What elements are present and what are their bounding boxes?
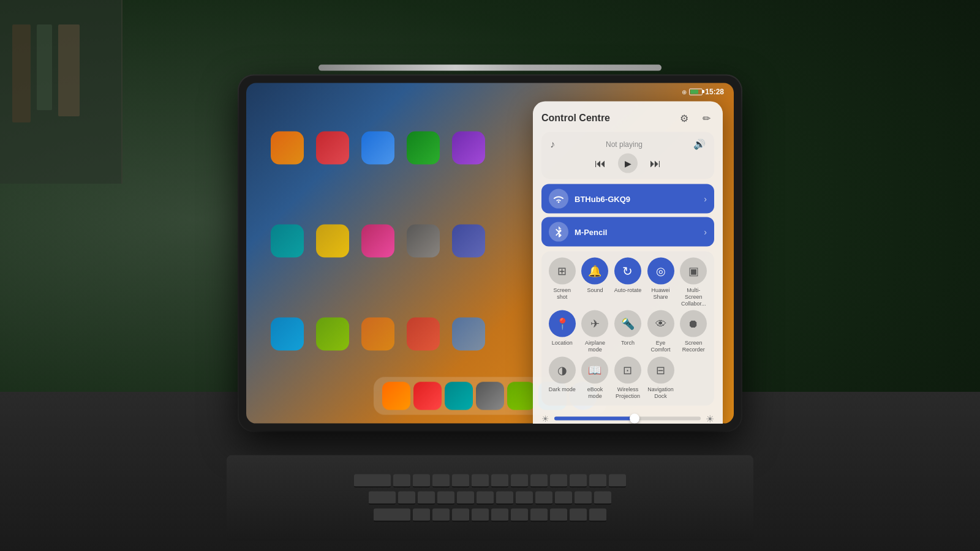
key-v[interactable] [472, 509, 489, 522]
key-r[interactable] [452, 474, 469, 488]
toggle-eye-comfort[interactable]: 👁 Eye Comfort [646, 310, 676, 353]
key-shift[interactable] [374, 509, 410, 522]
list-item[interactable] [452, 318, 485, 351]
list-item[interactable] [407, 132, 440, 165]
list-item[interactable] [407, 318, 440, 351]
media-not-playing-label: Not playing [606, 140, 643, 148]
key-comma[interactable] [550, 509, 567, 522]
control-centre-title: Control Centre [541, 113, 610, 124]
list-item[interactable] [452, 132, 485, 165]
torch-label: Torch [621, 340, 635, 347]
key-period[interactable] [570, 509, 587, 522]
list-item[interactable] [271, 225, 304, 258]
toggle-sound[interactable]: 🔔 Sound [581, 258, 610, 307]
key-slash[interactable] [589, 509, 606, 522]
dark-mode-label: Dark mode [549, 386, 576, 393]
toggle-screen-recorder[interactable]: ⏺ ScreenRecorder [679, 310, 708, 353]
toggle-location[interactable]: 📍 Location [548, 310, 577, 353]
wifi-network-item[interactable]: BTHub6-GKQ9 › [541, 184, 714, 214]
status-bar: ⊕ 15:28 [246, 83, 734, 100]
key-tab[interactable] [354, 474, 391, 488]
list-item[interactable] [361, 132, 394, 165]
list-item[interactable] [271, 318, 304, 351]
quick-toggles-panel: ⊞ Screenshot 🔔 Sound ↻ Auto-rotate ◎ [541, 252, 714, 406]
key-n[interactable] [511, 509, 528, 522]
toggle-screenshot[interactable]: ⊞ Screenshot [548, 258, 577, 307]
toggle-dark-mode[interactable]: ◑ Dark mode [548, 357, 577, 400]
dock-item[interactable] [413, 382, 442, 410]
toggle-multi-screen[interactable]: ▣ Multi-ScreenCollabor... [679, 258, 708, 307]
bluetooth-network-item[interactable]: M-Pencil › [541, 217, 714, 247]
key-p[interactable] [570, 474, 587, 488]
key-l[interactable] [555, 492, 572, 505]
key-c[interactable] [452, 509, 469, 522]
multi-screen-icon: ▣ [680, 258, 707, 285]
key-q[interactable] [393, 474, 410, 488]
wireless-projection-label: WirelessProjection [616, 386, 640, 400]
key-a[interactable] [398, 492, 415, 505]
key-u[interactable] [511, 474, 528, 488]
list-item[interactable] [407, 225, 440, 258]
key-m[interactable] [530, 509, 548, 522]
list-item[interactable] [316, 318, 349, 351]
key-d[interactable] [437, 492, 454, 505]
key-f[interactable] [457, 492, 474, 505]
key-semi[interactable] [575, 492, 592, 505]
key-g[interactable] [477, 492, 494, 505]
keyboard-row-3 [374, 509, 606, 522]
key-j[interactable] [516, 492, 533, 505]
bluetooth-chevron-icon: › [704, 227, 707, 237]
toggles-grid: ⊞ Screenshot 🔔 Sound ↻ Auto-rotate ◎ [548, 258, 708, 400]
airplane-icon: ✈ [581, 310, 608, 337]
toggle-navigation-dock[interactable]: ⊟ NavigationDock [646, 357, 676, 400]
key-t[interactable] [472, 474, 489, 488]
key-bracket-l[interactable] [589, 474, 606, 488]
key-w[interactable] [413, 474, 430, 488]
media-prev-button[interactable]: ⏮ [595, 157, 606, 170]
dock-item[interactable] [507, 382, 535, 410]
volume-icon: 🔊 [693, 138, 706, 150]
media-next-button[interactable]: ⏭ [650, 157, 661, 170]
toggle-ebook-mode[interactable]: 📖 eBookmode [581, 357, 610, 400]
screen-recorder-label: ScreenRecorder [682, 340, 705, 353]
toggle-huawei-share[interactable]: ◎ HuaweiShare [646, 258, 676, 307]
key-y[interactable] [491, 474, 508, 488]
key-s[interactable] [418, 492, 435, 505]
brightness-slider[interactable] [554, 417, 701, 421]
key-caps[interactable] [369, 492, 396, 505]
key-z[interactable] [413, 509, 430, 522]
media-play-button[interactable]: ▶ [618, 154, 638, 173]
key-h[interactable] [496, 492, 513, 505]
key-o[interactable] [550, 474, 567, 488]
eye-comfort-label: Eye Comfort [646, 340, 676, 353]
key-bracket-r[interactable] [609, 474, 626, 488]
wifi-chevron-icon: › [704, 194, 707, 204]
keyboard-base [227, 455, 753, 541]
brightness-max-icon: ☀ [706, 413, 714, 423]
key-b[interactable] [491, 509, 508, 522]
key-quote[interactable] [594, 492, 611, 505]
dock-item[interactable] [382, 382, 410, 410]
list-item[interactable] [361, 318, 394, 351]
edit-icon[interactable]: ✏ [698, 110, 714, 126]
list-item[interactable] [316, 132, 349, 165]
key-e[interactable] [432, 474, 450, 488]
sound-icon: 🔔 [581, 258, 608, 285]
toggle-auto-rotate[interactable]: ↻ Auto-rotate [613, 258, 643, 307]
dock-item[interactable] [476, 382, 504, 410]
settings-icon[interactable]: ⚙ [676, 110, 692, 126]
toggle-torch[interactable]: 🔦 Torch [613, 310, 643, 353]
brightness-thumb[interactable] [630, 414, 639, 424]
key-x[interactable] [432, 509, 450, 522]
list-item[interactable] [361, 225, 394, 258]
wifi-name: BTHub6-GKQ9 [575, 194, 698, 203]
toggle-wireless-projection[interactable]: ⊡ WirelessProjection [613, 357, 643, 400]
toggle-airplane[interactable]: ✈ Airplanemode [581, 310, 610, 353]
dock-item[interactable] [445, 382, 473, 410]
list-item[interactable] [271, 132, 304, 165]
key-k[interactable] [535, 492, 552, 505]
key-i[interactable] [530, 474, 548, 488]
list-item[interactable] [452, 225, 485, 258]
list-item[interactable] [316, 225, 349, 258]
multi-screen-label: Multi-ScreenCollabor... [679, 287, 708, 307]
